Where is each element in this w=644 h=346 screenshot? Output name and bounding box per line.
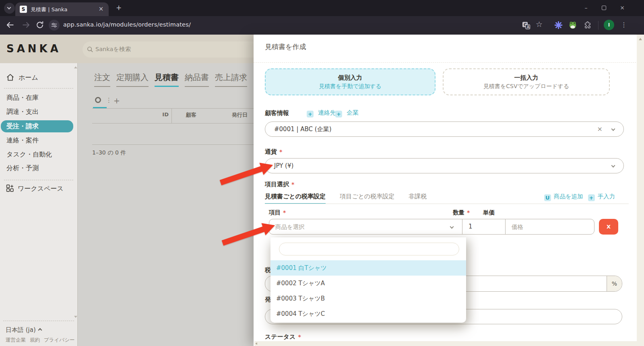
url-bar[interactable]: app.sanka.io/ja/modules/orders/estimates…	[63, 21, 191, 28]
profile-avatar[interactable]: I	[604, 20, 614, 30]
annotation-arrow-product-select	[221, 222, 276, 247]
global-search-input[interactable]: Sankaを検索	[83, 41, 254, 58]
sidebar-item-products[interactable]: 商品・在庫	[6, 94, 39, 102]
tab-estimates-active[interactable]: 見積書	[155, 72, 179, 87]
sidebar-item-contacts[interactable]: 連絡・案件	[6, 136, 39, 145]
required-mark: *	[298, 334, 301, 340]
column-divider	[171, 108, 172, 123]
entry-mode-individual-card[interactable]: 個別入力 見積書を手動で追加する	[265, 68, 436, 95]
tab-close-icon[interactable]: ×	[97, 5, 105, 12]
sidebar-item-home[interactable]: ホーム	[19, 74, 38, 82]
drawer-title: 見積書を作成	[265, 42, 306, 51]
footer-link-privacy[interactable]: プライバシー	[44, 337, 74, 343]
tab-subscriptions[interactable]: 定期購入	[116, 72, 149, 87]
create-estimate-drawer: 見積書を作成 個別入力 見積書を手動で追加する 一括入力 見積書をCSVでアップ…	[254, 35, 644, 346]
product-select[interactable]: 商品を選択	[269, 219, 462, 234]
currency-select[interactable]: JPY (¥)	[265, 158, 624, 173]
required-mark: *	[279, 148, 282, 155]
window-minimize-button[interactable]: –	[580, 4, 592, 11]
forward-icon[interactable]	[22, 21, 31, 29]
view-options-icon[interactable]: ⋮	[106, 97, 112, 104]
column-header-customer[interactable]: 顧客	[186, 111, 196, 119]
dropdown-option-2[interactable]: #0002 TシャツA	[270, 276, 466, 291]
table-border	[92, 144, 254, 145]
browser-tab-bar: S 見積書 | Sanka × + – ×	[0, 0, 644, 16]
dropdown-option-3[interactable]: #0003 TシャツB	[270, 291, 466, 306]
language-selector[interactable]: 日本語 (ja)	[6, 326, 36, 334]
bookmark-star-icon[interactable]: ☆	[536, 20, 543, 29]
tax-tab-per-estimate[interactable]: 見積書ごとの税率設定	[265, 193, 326, 204]
browser-tab[interactable]: S 見積書 | Sanka ×	[15, 2, 109, 16]
annotation-arrow-currency	[219, 162, 274, 187]
sanka-logo[interactable]: SANKA	[6, 43, 61, 55]
currency-select-value: JPY (¥)	[274, 162, 293, 169]
unit-price-placeholder: 価格	[512, 223, 523, 231]
section-divider	[265, 204, 629, 204]
sidebar-item-orders-active[interactable]: 受注・請求	[1, 120, 73, 132]
unit-price-input[interactable]: 価格	[506, 219, 594, 234]
required-mark: *	[467, 209, 470, 216]
sidebar-divider	[4, 180, 73, 180]
add-contact-link[interactable]: + 連絡先	[307, 109, 336, 117]
view-circle-icon[interactable]	[95, 97, 101, 103]
translate-icon[interactable]: GA	[522, 21, 530, 30]
sidebar-item-analytics[interactable]: 分析・予測	[6, 164, 39, 173]
footer-link-terms[interactable]: 規約	[30, 337, 40, 343]
chevron-down-icon	[611, 127, 615, 131]
dropdown-option-1[interactable]: #0001 白Tシャツ	[270, 260, 466, 276]
product-icon: U	[544, 194, 551, 201]
add-view-icon[interactable]: +	[114, 96, 120, 105]
scroll-left-icon[interactable]	[255, 342, 257, 345]
required-mark: *	[283, 209, 286, 216]
window-maximize-button[interactable]	[602, 6, 606, 10]
customer-select[interactable]: #0001 | ABC (企業) ×	[265, 122, 624, 137]
workspace-icon	[6, 184, 14, 192]
reload-icon[interactable]	[35, 21, 44, 29]
scroll-up-icon[interactable]	[639, 38, 642, 40]
table-border	[92, 123, 254, 124]
sidebar-item-procurement[interactable]: 調達・支出	[6, 108, 39, 116]
entry-mode-bulk-card[interactable]: 一括入力 見積書をCSVでアップロードする	[443, 68, 610, 95]
table-border	[92, 108, 254, 109]
dropdown-option-4[interactable]: #0004 TシャツC	[270, 306, 466, 321]
new-tab-button[interactable]: +	[114, 3, 123, 12]
add-company-label: 企業	[347, 109, 359, 116]
tax-tab-exempt[interactable]: 非課税	[409, 193, 427, 203]
app-background: SANKA Sankaを検索 ホーム 商品・在庫 調達・支出 受注・請求 連絡・…	[0, 35, 254, 346]
footer-link-company[interactable]: 運営企業	[6, 337, 26, 343]
sidebar-item-tasks[interactable]: タスク・自動化	[6, 150, 52, 159]
sidebar-item-workspace[interactable]: ワークスペース	[18, 185, 64, 193]
column-header-id[interactable]: ID	[153, 111, 169, 117]
tax-tab-per-item[interactable]: 項目ごとの税率設定	[340, 193, 394, 203]
required-mark: *	[291, 181, 294, 187]
tax-rate-label-partial: 税	[265, 266, 271, 274]
manual-entry-link[interactable]: 手入力	[598, 193, 615, 200]
card-title: 個別入力	[266, 74, 435, 82]
extensions-puzzle-icon[interactable]	[584, 21, 592, 29]
horizontal-scrollbar[interactable]	[254, 341, 637, 346]
window-close-button[interactable]: ×	[616, 4, 628, 11]
tab-search-chevron-button[interactable]	[4, 3, 15, 14]
sidebar-scroll-up-icon[interactable]	[74, 66, 77, 68]
back-icon[interactable]	[6, 21, 14, 29]
tab-sales-invoices[interactable]: 売上請求	[215, 72, 247, 87]
tab-delivery-notes[interactable]: 納品書	[185, 72, 209, 87]
vertical-scrollbar[interactable]	[637, 35, 644, 346]
issue-date-label-partial: 発	[265, 296, 271, 303]
dropdown-search-input[interactable]	[279, 243, 459, 255]
line-item-row: 商品を選択 1 価格	[269, 219, 594, 235]
add-product-link[interactable]: 商品を追加	[554, 193, 583, 200]
extension-frog-icon[interactable]	[568, 21, 577, 29]
sidebar-scroll-down-icon[interactable]	[74, 316, 77, 318]
quantity-input[interactable]: 1	[462, 219, 506, 234]
remove-line-item-button[interactable]: X	[599, 219, 618, 235]
quantity-value: 1	[469, 223, 473, 230]
extension-starburst-icon[interactable]	[554, 21, 563, 29]
site-info-button[interactable]	[49, 20, 60, 31]
clear-icon[interactable]: ×	[597, 125, 603, 133]
pagination-text: 1–30 の 0 件	[92, 149, 126, 157]
tab-orders[interactable]: 注文	[94, 72, 110, 87]
add-company-link[interactable]: + 企業	[335, 109, 359, 117]
browser-menu-icon[interactable]: ⋮	[621, 21, 627, 29]
column-header-issue-date[interactable]: 発行日	[232, 111, 248, 119]
